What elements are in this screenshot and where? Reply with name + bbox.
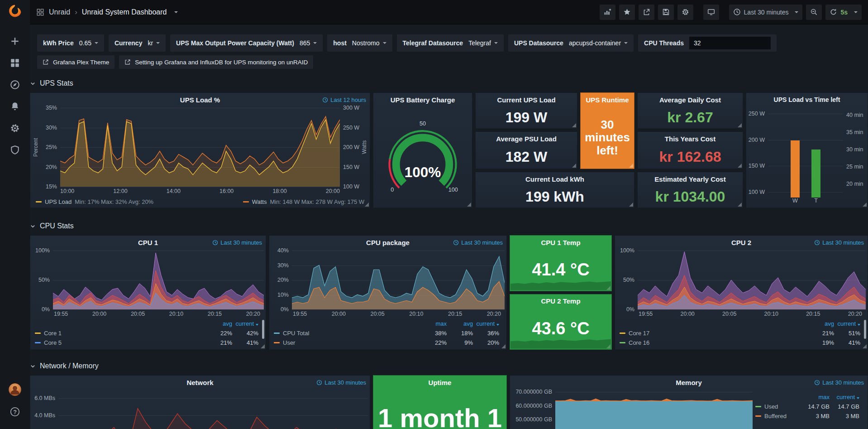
panel-cpu2-graph: CPU 2 Last 30 minutes 100%50%0%: [615, 235, 868, 350]
panel-title[interactable]: CPU 1: [138, 239, 158, 246]
variable-currency[interactable]: Currencykr: [109, 34, 166, 52]
panel-title[interactable]: Current UPS Load: [497, 96, 555, 104]
row-header-network-memory[interactable]: Network / Memory: [30, 360, 868, 372]
star-dashboard-button[interactable]: [619, 5, 635, 20]
sidebar-item-configuration[interactable]: [10, 123, 20, 133]
legend-column-header-current[interactable]: current: [232, 320, 258, 327]
legend-column-header-avg[interactable]: avg: [808, 320, 834, 327]
plot-area[interactable]: [555, 390, 753, 429]
panel-title[interactable]: UPS Load %: [180, 96, 220, 104]
legend-series-name[interactable]: Core 17: [620, 330, 808, 337]
variable-value-dropdown[interactable]: Nostromo: [352, 39, 386, 47]
panel-title[interactable]: CPU 2: [731, 239, 751, 246]
panel-time-range[interactable]: Last 30 minutes: [212, 236, 262, 249]
panel-title[interactable]: Network: [186, 379, 213, 386]
page-title[interactable]: Unraid System Dashboard: [82, 8, 167, 16]
plot-area[interactable]: [638, 251, 866, 309]
legend-series-name[interactable]: Used: [755, 403, 800, 410]
variable-value-input[interactable]: [689, 37, 771, 49]
variable-value-dropdown[interactable]: 865: [300, 39, 317, 47]
share-dashboard-button[interactable]: [639, 5, 654, 20]
breadcrumb-folder[interactable]: Unraid: [49, 8, 70, 16]
variable-value-dropdown[interactable]: kr: [148, 39, 160, 47]
legend-scrollbar[interactable]: [262, 320, 264, 339]
panel-title[interactable]: Average PSU Load: [496, 135, 557, 143]
legend-series-name[interactable]: CPU Total: [274, 330, 420, 337]
variable-value-dropdown[interactable]: 0.65: [79, 39, 98, 47]
legend-series-name: UPS Load: [45, 198, 72, 205]
row-header-cpu-stats[interactable]: CPU Stats: [30, 220, 868, 232]
svg-text:0: 0: [391, 186, 394, 193]
panel-title[interactable]: Uptime: [429, 379, 452, 386]
dashboard-link[interactable]: Grafana Plex Theme: [37, 55, 114, 69]
sidebar-item-help[interactable]: ?: [10, 407, 20, 417]
panel-title[interactable]: Current Load kWh: [525, 175, 584, 183]
user-avatar[interactable]: [8, 383, 22, 396]
panel-title[interactable]: UPS Battery Charge: [391, 96, 455, 104]
zoom-out-button[interactable]: [806, 5, 822, 20]
avatar-icon: [8, 383, 22, 396]
sidebar-item-dashboards[interactable]: [10, 58, 20, 68]
legend-column-header-current[interactable]: current: [473, 320, 499, 327]
legend: maxavgcurrentCPU Total38%18%36%User22%9%…: [269, 318, 506, 349]
variable-value-dropdown[interactable]: apcupsd-container: [569, 39, 628, 47]
axis-tick: 20%: [277, 277, 289, 283]
axis-tick: 60.000000 GB: [515, 403, 552, 409]
panel-title[interactable]: This Years Cost: [665, 135, 715, 143]
time-range-picker[interactable]: Last 30 minutes: [729, 5, 803, 20]
axis-tick: 12:00: [113, 188, 127, 194]
variable-cpu-threads[interactable]: CPU Threads: [638, 34, 777, 52]
sidebar-item-create[interactable]: [10, 36, 20, 46]
legend-column-header-avg[interactable]: avg: [447, 320, 473, 327]
legend-series-name[interactable]: Core 5: [35, 339, 206, 346]
panel-title[interactable]: UPS Load vs Time left: [774, 96, 840, 103]
legend-series-name[interactable]: Buffered: [755, 413, 800, 419]
panel-time-range[interactable]: Last 30 minutes: [814, 376, 864, 389]
plot-area[interactable]: [292, 251, 505, 309]
panel-time-range[interactable]: Last 30 minutes: [814, 236, 864, 249]
legend-column-header-max[interactable]: max: [800, 394, 830, 400]
dashboard-settings-button[interactable]: [677, 5, 693, 20]
refresh-button[interactable]: 5s: [825, 5, 862, 20]
legend-column-header-current[interactable]: current: [834, 320, 860, 327]
legend-column-header-avg[interactable]: avg: [206, 320, 232, 327]
legend-series-marker: [755, 406, 761, 407]
sidebar-item-alerting[interactable]: [10, 101, 20, 111]
axis-tick: 250 W: [749, 111, 765, 117]
dashboard-link[interactable]: Setting up Grafana and InfluxDB for UPS …: [119, 55, 313, 69]
panel-title[interactable]: UPS Runtime: [586, 96, 629, 104]
sidebar-item-explore[interactable]: [10, 80, 20, 90]
variable-ups-datasource[interactable]: UPS Datasourceapcupsd-container: [508, 34, 634, 52]
variable-host[interactable]: hostNostromo: [327, 34, 392, 52]
panel-title[interactable]: CPU 1 Temp: [541, 239, 580, 246]
legend-column-header-current[interactable]: current: [830, 394, 859, 400]
legend-series-name[interactable]: User: [274, 339, 420, 346]
variable-kwh-price[interactable]: kWh Price0.65: [37, 34, 104, 52]
panel-title[interactable]: Estimated Yearly Cost: [654, 175, 725, 183]
legend-item[interactable]: WattsMin: 148 W Max: 278 W Avg: 175 W: [243, 198, 364, 205]
legend-series-name[interactable]: Core 1: [35, 330, 206, 337]
panel-time-range[interactable]: Last 30 minutes: [453, 236, 503, 249]
plot-area[interactable]: [58, 390, 368, 429]
variable-ups-max-output-power-capacity-watt-[interactable]: UPS Max Output Power Capacity (Watt)865: [170, 34, 323, 52]
variable-value-dropdown[interactable]: Telegraf: [468, 39, 498, 47]
panel-title[interactable]: CPU package: [366, 239, 410, 246]
legend-column-header-max[interactable]: max: [420, 320, 447, 327]
plot-area[interactable]: [60, 108, 340, 187]
variable-telegraf-datasource[interactable]: Telegraf DatasourceTelegraf: [397, 34, 504, 52]
panel-title[interactable]: Memory: [676, 379, 702, 386]
add-panel-button[interactable]: [600, 5, 615, 20]
grafana-logo[interactable]: [7, 4, 23, 20]
panel-time-range[interactable]: Last 30 minutes: [316, 376, 366, 389]
legend-scrollbar[interactable]: [864, 320, 866, 339]
panel-title[interactable]: CPU 2 Temp: [541, 297, 580, 305]
save-dashboard-button[interactable]: [658, 5, 674, 20]
plot-area[interactable]: [53, 251, 264, 309]
row-header-ups-stats[interactable]: UPS Stats: [30, 77, 868, 90]
dashboard-grid-icon: [36, 8, 44, 16]
legend-series-name[interactable]: Core 16: [620, 339, 808, 346]
panel-title[interactable]: Average Daily Cost: [659, 96, 721, 104]
legend-item[interactable]: UPS LoadMin: 17% Max: 32% Avg: 20%: [36, 198, 153, 205]
sidebar-item-server-admin[interactable]: [10, 145, 20, 155]
cycle-view-button[interactable]: [703, 5, 719, 20]
